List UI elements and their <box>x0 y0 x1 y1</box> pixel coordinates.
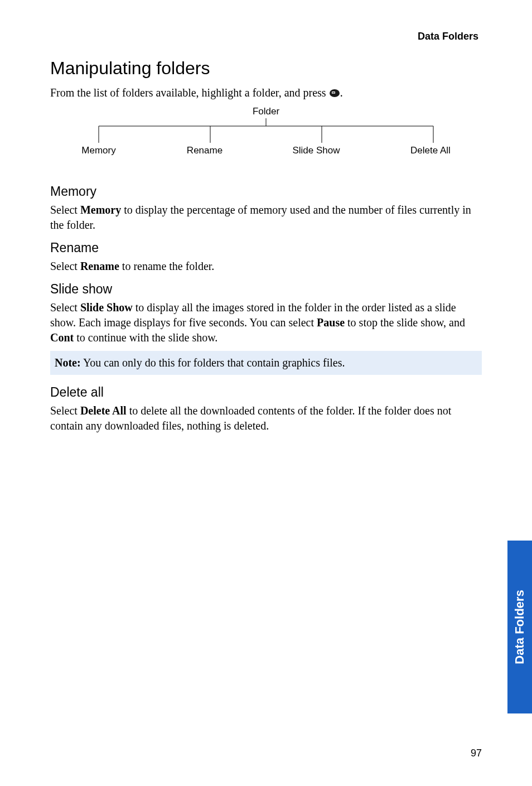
tree-leaf-rename: Rename <box>182 145 227 156</box>
intro-text-suffix: . <box>340 86 343 99</box>
bold-deleteall: Delete All <box>80 404 127 417</box>
paragraph-deleteall: Select Delete All to delete all the down… <box>50 403 482 433</box>
bold-rename: Rename <box>80 260 119 272</box>
bold-memory: Memory <box>80 204 121 216</box>
svg-rect-2 <box>332 92 335 93</box>
heading-memory: Memory <box>50 184 482 199</box>
text: Select <box>50 204 80 216</box>
note-box: Note: You can only do this for folders t… <box>50 351 482 375</box>
paragraph-slideshow: Select Slide Show to display all the ima… <box>50 300 482 345</box>
heading-deleteall: Delete all <box>50 385 482 400</box>
tree-root-label: Folder <box>76 106 456 117</box>
text: Select <box>50 404 80 417</box>
svg-rect-3 <box>332 93 335 93</box>
note-label: Note: <box>55 356 81 369</box>
tree-leaf-slideshow: Slide Show <box>288 145 344 156</box>
folder-tree-diagram: Folder Memory Rename Slide Show Delete A… <box>76 106 456 156</box>
tree-leaves-row: Memory Rename Slide Show Delete All <box>76 145 456 156</box>
menu-key-icon <box>329 88 340 100</box>
tree-lines <box>76 118 456 144</box>
paragraph-memory: Select Memory to display the percentage … <box>50 202 482 233</box>
bold-cont: Cont <box>50 331 74 344</box>
side-tab: Data Folders <box>507 541 532 713</box>
svg-rect-1 <box>332 91 335 94</box>
page: Data Folders Manipulating folders From t… <box>0 0 532 786</box>
text: to rename the folder. <box>119 260 215 272</box>
text: Select <box>50 260 80 272</box>
bold-slideshow: Slide Show <box>80 301 133 314</box>
tree-leaf-memory: Memory <box>76 145 121 156</box>
note-text: You can only do this for folders that co… <box>81 356 345 369</box>
text: to continue with the slide show. <box>74 331 217 344</box>
page-number: 97 <box>471 748 482 759</box>
intro-text-prefix: From the list of folders available, high… <box>50 86 329 99</box>
paragraph-rename: Select Rename to rename the folder. <box>50 259 482 274</box>
bold-pause: Pause <box>317 316 345 329</box>
text: Select <box>50 301 80 314</box>
running-head: Data Folders <box>50 31 482 42</box>
side-tab-label: Data Folders <box>512 590 527 664</box>
heading-rename: Rename <box>50 240 482 255</box>
heading-slideshow: Slide show <box>50 282 482 297</box>
page-title: Manipulating folders <box>50 58 482 79</box>
intro-paragraph: From the list of folders available, high… <box>50 86 482 100</box>
tree-leaf-deleteall: Delete All <box>405 145 456 156</box>
text: to stop the slide show, and <box>345 316 465 329</box>
